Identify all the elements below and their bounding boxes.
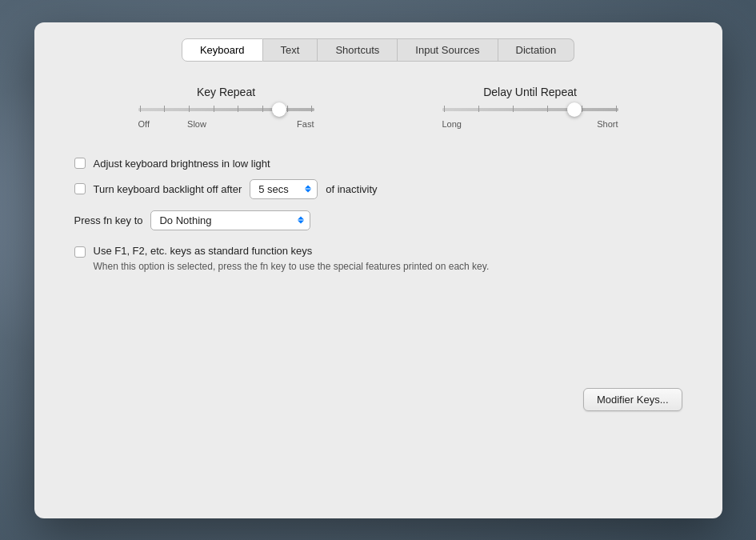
tab-dictation[interactable]: Dictation xyxy=(498,38,575,62)
bottom-row: Modifier Keys... xyxy=(34,388,722,411)
main-content: Key Repeat xyxy=(34,86,722,277)
delay-repeat-title: Delay Until Repeat xyxy=(483,86,577,98)
tick xyxy=(262,106,263,112)
delay-repeat-ticks xyxy=(442,107,618,112)
fn-keys-sub-label: When this option is selected, press the … xyxy=(94,260,490,274)
key-repeat-thumb[interactable] xyxy=(272,102,286,117)
keyboard-preferences-panel: Keyboard Text Shortcuts Input Sources Di… xyxy=(34,22,722,518)
modifier-keys-button[interactable]: Modifier Keys... xyxy=(583,388,682,411)
backlight-label: Turn keyboard backlight off after xyxy=(94,183,242,195)
tick xyxy=(311,106,312,112)
sliders-section: Key Repeat xyxy=(74,86,682,129)
options-section: Adjust keyboard brightness in low light … xyxy=(74,153,682,277)
brightness-label: Adjust keyboard brightness in low light xyxy=(94,158,270,170)
delay-repeat-long-label: Long xyxy=(442,119,462,129)
fn-keys-text: Use F1, F2, etc. keys as standard functi… xyxy=(94,245,490,274)
fn-keys-checkbox[interactable] xyxy=(74,246,86,258)
tick xyxy=(444,106,445,112)
tick xyxy=(547,106,548,112)
fn-key-select[interactable]: Do Nothing Change Input Source Open Char… xyxy=(150,210,310,230)
key-repeat-slow-label: Slow xyxy=(187,119,206,129)
key-repeat-track[interactable] xyxy=(138,108,314,111)
tick xyxy=(616,106,617,112)
key-repeat-title: Key Repeat xyxy=(197,86,255,98)
delay-repeat-thumb[interactable] xyxy=(567,102,582,117)
tick xyxy=(189,106,190,112)
key-repeat-ticks xyxy=(138,107,314,112)
fn-keys-row: Use F1, F2, etc. keys as standard functi… xyxy=(74,242,682,277)
key-repeat-group: Key Repeat xyxy=(114,86,338,129)
tick xyxy=(513,106,514,112)
inactivity-suffix: of inactivity xyxy=(326,183,377,195)
backlight-checkbox[interactable] xyxy=(74,183,86,194)
tab-input-sources[interactable]: Input Sources xyxy=(398,38,498,62)
tick xyxy=(478,106,479,112)
tick xyxy=(238,106,238,112)
fn-select-wrapper: Do Nothing Change Input Source Open Char… xyxy=(150,210,310,230)
key-repeat-off-label: Off xyxy=(138,119,150,129)
brightness-checkbox[interactable] xyxy=(74,158,86,169)
fn-keys-section: Use F1, F2, etc. keys as standard functi… xyxy=(74,242,682,277)
inactivity-select[interactable]: 5 secs 10 secs 30 secs 1 min 5 mins Neve… xyxy=(250,179,318,199)
tab-keyboard[interactable]: Keyboard xyxy=(182,38,263,62)
tick xyxy=(287,106,288,112)
delay-repeat-slider-container xyxy=(442,108,618,111)
tab-shortcuts[interactable]: Shortcuts xyxy=(318,38,398,62)
tick xyxy=(214,106,214,112)
fn-key-row: Press fn key to Do Nothing Change Input … xyxy=(74,204,682,237)
delay-repeat-labels: Long Short xyxy=(442,119,618,129)
tick xyxy=(164,106,165,112)
key-repeat-slider-container xyxy=(138,108,314,111)
delay-repeat-track[interactable] xyxy=(442,108,618,111)
delay-repeat-short-label: Short xyxy=(597,119,618,129)
delay-repeat-group: Delay Until Repeat xyxy=(418,86,642,129)
tick xyxy=(582,106,582,112)
key-repeat-labels: Off Slow Fast xyxy=(138,119,314,129)
fn-key-label: Press fn key to xyxy=(74,214,143,226)
tab-text[interactable]: Text xyxy=(263,38,318,62)
key-repeat-fast-label: Fast xyxy=(297,119,314,129)
tick xyxy=(140,106,141,112)
tab-bar: Keyboard Text Shortcuts Input Sources Di… xyxy=(34,38,722,62)
inactivity-select-wrapper: 5 secs 10 secs 30 secs 1 min 5 mins Neve… xyxy=(250,179,318,199)
backlight-row: Turn keyboard backlight off after 5 secs… xyxy=(74,174,682,204)
brightness-row: Adjust keyboard brightness in low light xyxy=(74,153,682,174)
fn-keys-main-label: Use F1, F2, etc. keys as standard functi… xyxy=(94,245,490,257)
